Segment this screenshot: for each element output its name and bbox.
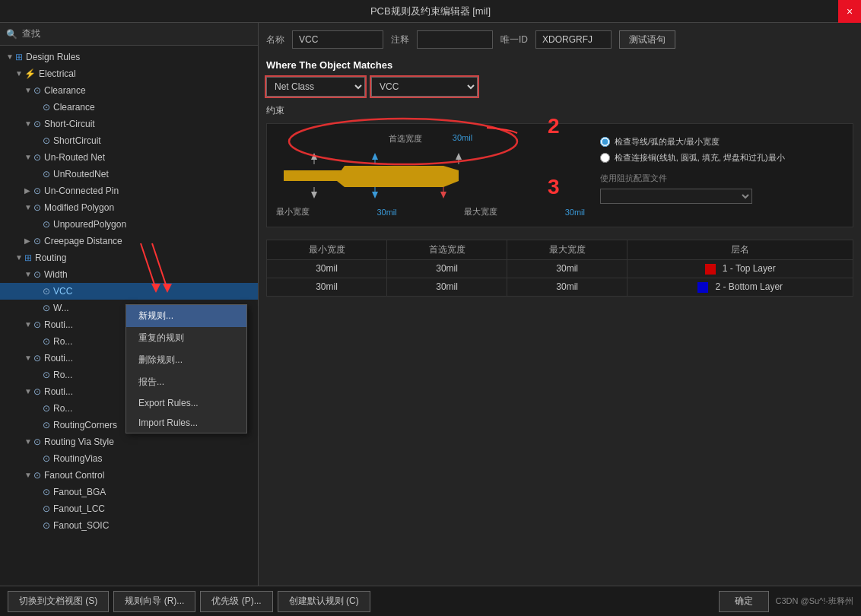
tree-item-un-routed-net[interactable]: ▼ ⊙ Un-Routed Net xyxy=(0,149,258,166)
rule-icon: ⚡ xyxy=(24,67,36,81)
comment-label: 注释 xyxy=(391,33,409,46)
switch-to-doc-view-button[interactable]: 切换到文档视图 (S) xyxy=(8,591,109,612)
tree-item-fanout-soic[interactable]: ⊙ Fanout_SOIC xyxy=(0,517,258,534)
rule-icon: ⊙ xyxy=(43,301,50,315)
rule-type-icon: ⊙ xyxy=(33,385,41,398)
arrow-icon: ▼ xyxy=(24,268,33,281)
rule-type-icon: ⊙ xyxy=(33,268,41,281)
tree-label-fanout-soic: Fanout_SOIC xyxy=(53,519,109,532)
layer-color-2 xyxy=(697,282,708,293)
impedance-select[interactable] xyxy=(600,189,752,204)
tree-item-creepage-distance[interactable]: ▶ ⊙ Creepage Distance xyxy=(0,233,258,249)
col-max-width: 最大宽度 xyxy=(507,240,627,260)
tree-item-modified-polygon[interactable]: ▼ ⊙ Modified Polygon xyxy=(0,199,258,216)
arrow-icon: ▶ xyxy=(24,234,33,248)
context-menu-report[interactable]: 报告... xyxy=(126,371,246,393)
tree-item-routing-vias[interactable]: ⊙ RoutingVias xyxy=(0,450,258,467)
tree-item-unroutednet[interactable]: ⊙ UnRoutedNet xyxy=(0,166,258,183)
new-rule-label: 新规则... xyxy=(138,310,173,321)
tree-label-short-circuit: Short-Circuit xyxy=(44,117,95,131)
svg-rect-6 xyxy=(284,170,345,181)
tree-item-clearance-item[interactable]: ⊙ Clearance xyxy=(0,99,258,116)
tree-item-fanout-lcc[interactable]: ⊙ Fanout_LCC xyxy=(0,500,258,517)
constraints-label: 约束 xyxy=(266,104,853,117)
titlebar: PCB规则及约束编辑器 [mil] × xyxy=(0,0,861,23)
row2-layer: 2 - Bottom Layer xyxy=(627,278,853,296)
tree-item-electrical[interactable]: ▼ ⚡ Electrical xyxy=(0,65,258,82)
arrow-icon: ▼ xyxy=(24,117,33,131)
report-label: 报告... xyxy=(138,376,164,387)
match-type-select[interactable]: Net Class Net All xyxy=(266,77,365,97)
radio-1[interactable] xyxy=(600,137,610,147)
where-title: Where The Object Matches xyxy=(266,59,853,71)
min-width-value: 30mil xyxy=(376,208,396,217)
tree-item-width-group[interactable]: ▼ ⊙ Width xyxy=(0,266,258,283)
row1-preferred: 30mil xyxy=(387,260,507,278)
radio-option-2: 检查连接铜(线轨, 圆弧, 填充, 焊盘和过孔)最小 xyxy=(600,152,844,164)
col-min-width: 最小宽度 xyxy=(267,240,387,260)
tree-item-un-connected-pin[interactable]: ▶ ⊙ Un-Connected Pin xyxy=(0,183,258,199)
tree-item-fanout-control[interactable]: ▼ ⊙ Fanout Control xyxy=(0,467,258,484)
rule-type-icon: ⊙ xyxy=(33,84,41,97)
match-value-select[interactable]: VCC GND xyxy=(371,77,478,97)
folder-icon: ⊞ xyxy=(15,50,23,64)
tree-label-routing-vias: RoutingVias xyxy=(53,452,103,465)
tree-item-routing-via-style[interactable]: ▼ ⊙ Routing Via Style xyxy=(0,433,258,450)
rule-icon: ⊙ xyxy=(43,284,50,298)
svg-marker-3 xyxy=(372,153,378,160)
confirm-button[interactable]: 确定 xyxy=(719,591,769,612)
rule-icon: ⊙ xyxy=(43,502,50,516)
right-panel: 名称 注释 唯一ID 测试语句 Where The Object Matches… xyxy=(259,23,861,586)
radio-2[interactable] xyxy=(600,153,610,163)
create-default-rules-button[interactable]: 创建默认规则 (C) xyxy=(278,591,370,612)
tree-item-short-circuit[interactable]: ▼ ⊙ Short-Circuit xyxy=(0,116,258,132)
tree-label-modified-polygon: Modified Polygon xyxy=(44,201,114,214)
tree-item-fanout-bga[interactable]: ⊙ Fanout_BGA xyxy=(0,484,258,500)
name-input[interactable] xyxy=(292,30,383,49)
tree-item-shortcircuit[interactable]: ⊙ ShortCircuit xyxy=(0,132,258,149)
rule-icon: ⊙ xyxy=(43,452,50,465)
tree-label-fanout-lcc: Fanout_LCC xyxy=(53,502,105,516)
tree-label-ro1: Ro... xyxy=(53,335,72,348)
tree-item-routing[interactable]: ▼ ⊞ Routing xyxy=(0,249,258,266)
priority-button[interactable]: 优先级 (P)... xyxy=(200,591,272,612)
delete-rule-label: 删除规则... xyxy=(138,354,183,365)
preferred-label: 首选宽度 xyxy=(389,133,422,144)
row1-max: 30mil xyxy=(507,260,627,278)
context-menu-duplicate-rule[interactable]: 重复的规则 xyxy=(126,327,246,349)
context-menu-export-rules[interactable]: Export Rules... xyxy=(126,393,246,413)
min-width-label: 最小宽度 xyxy=(276,206,310,218)
import-rules-label: Import Rules... xyxy=(138,418,198,428)
rule-wizard-button[interactable]: 规则向导 (R)... xyxy=(113,591,195,612)
context-menu-import-rules[interactable]: Import Rules... xyxy=(126,413,246,433)
context-menu-delete-rule[interactable]: 删除规则... xyxy=(126,349,246,371)
tree-item-vcc[interactable]: ⊙ VCC xyxy=(0,283,258,300)
context-menu-new-rule[interactable]: 新规则... xyxy=(126,305,246,327)
tree-label-routing: Routing xyxy=(35,251,66,265)
svg-marker-9 xyxy=(443,166,459,187)
viz-left: 首选宽度 30mil xyxy=(276,133,585,218)
export-rules-label: Export Rules... xyxy=(138,398,199,408)
tree-label-routing-via-style: Routing Via Style xyxy=(44,435,114,449)
test-button[interactable]: 测试语句 xyxy=(619,30,675,49)
duplicate-rule-label: 重复的规则 xyxy=(138,332,184,343)
rule-icon: ⊙ xyxy=(43,335,50,348)
radio-option-1: 检查导线/弧的最大/最小宽度 xyxy=(600,136,844,148)
tree-label-clearance-group: Clearance xyxy=(44,84,86,97)
match-row: Net Class Net All VCC GND xyxy=(266,77,853,97)
col-layer-name: 层名 xyxy=(627,240,853,260)
tree-item-unpouredpolygon[interactable]: ⊙ UnpouredPolygon xyxy=(0,216,258,233)
context-menu: 新规则... 重复的规则 删除规则... 报告... Export Rules.… xyxy=(125,304,247,433)
id-input[interactable] xyxy=(535,30,612,49)
tree-label-electrical: Electrical xyxy=(39,67,76,81)
tree-label-clearance-item: Clearance xyxy=(53,100,95,114)
rule-type-icon: ⊙ xyxy=(33,117,41,131)
arrow-icon: ▼ xyxy=(24,468,33,482)
svg-marker-15 xyxy=(440,192,446,198)
close-button[interactable]: × xyxy=(838,0,861,23)
comment-input[interactable] xyxy=(417,30,493,49)
tree-item-clearance-group[interactable]: ▼ ⊙ Clearance xyxy=(0,82,258,99)
tree-item-design-rules[interactable]: ▼ ⊞ Design Rules xyxy=(0,49,258,65)
rule-type-icon: ⊙ xyxy=(33,151,41,164)
rule-icon: ⊙ xyxy=(43,100,50,114)
